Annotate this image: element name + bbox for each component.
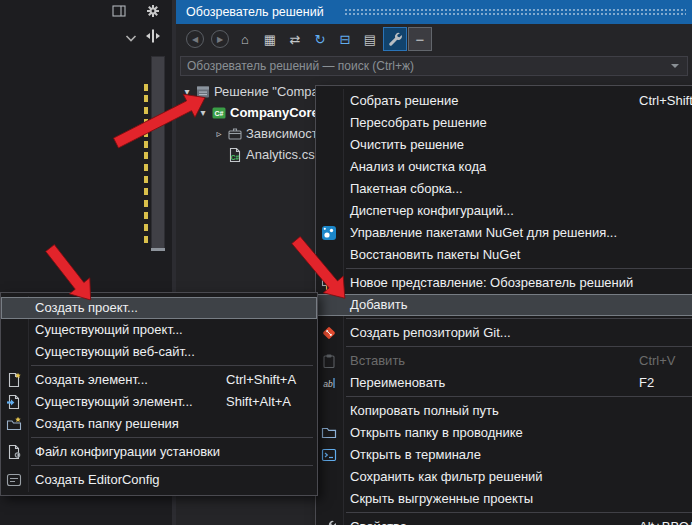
- editorconfig-icon: [6, 472, 22, 488]
- existing-project-menu-item[interactable]: Существующий проект...: [1, 319, 317, 341]
- installation-configuration-file-menu-item[interactable]: Файл конфигурации установки: [1, 441, 317, 463]
- menu-item-label: Создать EditorConfig: [35, 472, 160, 487]
- titlebar-grip: [344, 8, 686, 16]
- menu-item-label: Создать папку решения: [35, 416, 179, 431]
- expander-icon[interactable]: ▹: [212, 128, 226, 139]
- configuration-manager-menu-item[interactable]: Диспетчер конфигураций...: [316, 200, 692, 222]
- modified-line-mark: [144, 188, 148, 195]
- menu-item-label: Открыть в терминале: [350, 447, 481, 462]
- rename-menu-item[interactable]: abПереименоватьF2: [316, 372, 692, 394]
- menu-icon-slot: [6, 344, 22, 360]
- menu-item-label: Добавить: [350, 297, 407, 312]
- hide-unloaded-projects-menu-item[interactable]: Скрыть выгруженные проекты: [316, 488, 692, 510]
- forward-icon[interactable]: ▶: [211, 30, 229, 48]
- existing-item-menu-item[interactable]: Существующий элемент...Shift+Alt+A: [1, 391, 317, 413]
- new-item-menu-item[interactable]: Создать элемент...Ctrl+Shift+A: [1, 369, 317, 391]
- properties-menu-item[interactable]: СвойстваAlt+ВВОД: [316, 516, 692, 525]
- menu-icon-slot: [6, 300, 22, 316]
- new-project-menu-item[interactable]: Создать проект...: [1, 297, 317, 319]
- restore-nuget-packages-menu-item[interactable]: Восстановить пакеты NuGet: [316, 244, 692, 266]
- menu-icon-slot: [321, 403, 337, 419]
- collapse-all-icon[interactable]: ⊟: [334, 28, 356, 50]
- menu-item-shortcut: F2: [639, 372, 654, 394]
- sync-with-active-document-icon[interactable]: ⇄: [284, 28, 306, 50]
- dependencies-icon: [226, 126, 244, 142]
- modified-line-mark: [144, 236, 148, 243]
- preview-selected-items-icon[interactable]: −: [409, 28, 431, 50]
- menu-icon-slot: [321, 247, 337, 263]
- menu-item-shortcut: Ctrl+V: [639, 350, 675, 372]
- csharp-file-icon: C#: [226, 147, 244, 163]
- analyze-and-code-cleanup-menu-item[interactable]: Анализ и очистка кода: [316, 156, 692, 178]
- editor-scrollbar[interactable]: [151, 56, 165, 250]
- switch-views-icon[interactable]: ▦: [259, 28, 281, 50]
- modified-line-mark: [144, 119, 148, 126]
- refresh-icon[interactable]: ↻: [309, 28, 331, 50]
- build-solution-menu-item[interactable]: Собрать решениеCtrl+Shift+B: [316, 90, 692, 112]
- solution-explorer-titlebar[interactable]: Обозреватель решений: [176, 0, 692, 24]
- expander-icon[interactable]: ▾: [196, 107, 210, 118]
- existing-web-site-menu-item[interactable]: Существующий веб-сайт...: [1, 341, 317, 363]
- paste-icon: [321, 353, 337, 369]
- open-folder-in-explorer-menu-item[interactable]: Открыть папку в проводнике: [316, 422, 692, 444]
- git-icon: [321, 325, 337, 341]
- clean-solution-menu-item[interactable]: Очистить решение: [316, 134, 692, 156]
- menu-item-label: Существующий веб-сайт...: [35, 344, 195, 359]
- show-all-files-icon[interactable]: ▤: [359, 28, 381, 50]
- modified-line-mark: [144, 95, 148, 102]
- menu-item-label: Открыть папку в проводнике: [350, 425, 523, 440]
- menu-icon-slot: [321, 203, 337, 219]
- paste-menu-item[interactable]: ВставитьCtrl+V: [316, 350, 692, 372]
- back-icon[interactable]: ◀: [186, 30, 204, 48]
- menu-item-label: Копировать полный путь: [350, 403, 499, 418]
- new-solution-folder-menu-item[interactable]: Создать папку решения: [1, 413, 317, 435]
- tree-item-label: Analytics.cs: [246, 147, 315, 162]
- search-input[interactable]: [180, 56, 688, 76]
- search-dropdown-chevron-icon[interactable]: [671, 64, 679, 72]
- properties-wrench-icon[interactable]: [384, 28, 406, 50]
- menu-item-label: Новое представление: Обозреватель решени…: [350, 275, 633, 290]
- batch-build-menu-item[interactable]: Пакетная сборка...: [316, 178, 692, 200]
- menu-item-shortcut: Shift+Alt+A: [226, 391, 291, 413]
- panel-title: Обозреватель решений: [186, 0, 324, 24]
- menu-item-label: Восстановить пакеты NuGet: [350, 247, 520, 262]
- menu-item-label: Анализ и очистка кода: [350, 159, 486, 174]
- menu-item-label: Файл конфигурации установки: [35, 444, 220, 459]
- home-icon[interactable]: ⌂: [234, 28, 256, 50]
- new-folder-icon: [6, 416, 22, 432]
- create-git-repository-menu-item[interactable]: Создать репозиторий Git...: [316, 322, 692, 344]
- modified-line-mark: [144, 212, 148, 219]
- gear-icon[interactable]: [145, 3, 161, 19]
- menu-item-label: Существующий проект...: [35, 322, 183, 337]
- solution-icon: [194, 84, 212, 100]
- menu-item-label: Создать репозиторий Git...: [350, 325, 511, 340]
- save-as-solution-filter-menu-item[interactable]: Сохранить как фильтр решений: [316, 466, 692, 488]
- menu-item-label: Собрать решение: [350, 93, 458, 108]
- add-menu-item[interactable]: Добавить: [316, 294, 692, 316]
- copy-full-path-menu-item[interactable]: Копировать полный путь: [316, 400, 692, 422]
- terminal-icon: [321, 447, 337, 463]
- menu-item-label: Создать элемент...: [35, 372, 148, 387]
- open-in-terminal-menu-item[interactable]: Открыть в терминале: [316, 444, 692, 466]
- chevron-down-icon[interactable]: [123, 30, 139, 46]
- modified-line-mark: [144, 130, 148, 137]
- new-solution-explorer-view-menu-item[interactable]: Новое представление: Обозреватель решени…: [316, 272, 692, 294]
- rename-icon: ab: [321, 375, 337, 391]
- menu-item-label: Очистить решение: [350, 137, 464, 152]
- menu-icon-slot: [321, 115, 337, 131]
- menu-icon-slot: [321, 93, 337, 109]
- splitter-handle-icon[interactable]: [145, 28, 161, 44]
- manage-nuget-packages-menu-item[interactable]: Управление пакетами NuGet для решения...: [316, 222, 692, 244]
- folder-icon: [321, 425, 337, 441]
- rebuild-solution-menu-item[interactable]: Пересобрать решение: [316, 112, 692, 134]
- menu-item-label: Существующий элемент...: [35, 394, 193, 409]
- modified-line-mark: [144, 107, 148, 114]
- expander-icon[interactable]: ▾: [180, 86, 194, 97]
- add-editorconfig-menu-item[interactable]: Создать EditorConfig: [1, 469, 317, 491]
- menu-icon-slot: [321, 159, 337, 175]
- menu-icon-slot: [321, 137, 337, 153]
- window-layout-icon[interactable]: [111, 3, 127, 19]
- menu-item-label: Пересобрать решение: [350, 115, 487, 130]
- menu-icon-slot: [321, 297, 337, 313]
- menu-item-label: Скрыть выгруженные проекты: [350, 491, 533, 506]
